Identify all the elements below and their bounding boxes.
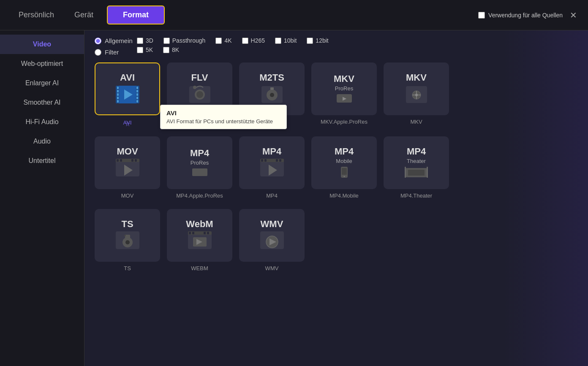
checkbox-10bit[interactable]: 10bit <box>275 37 297 44</box>
sidebar-item-smoother-ai[interactable]: Smoother AI <box>0 93 84 112</box>
format-item-mkv[interactable]: MKV MKV <box>384 62 449 126</box>
sidebar-item-video[interactable]: Video <box>0 35 84 54</box>
svg-rect-5 <box>117 93 119 96</box>
svg-rect-59 <box>192 232 194 234</box>
svg-rect-3 <box>117 87 119 89</box>
format-tile-mov[interactable]: MOV <box>95 136 160 189</box>
format-item-webm[interactable]: WebM WEBM <box>167 209 232 271</box>
format-tile-webm[interactable]: WebM <box>167 209 232 262</box>
mp4-theater-title: MP4 <box>407 147 426 156</box>
checkbox-8k[interactable]: 8K <box>163 46 179 53</box>
mkv-icon <box>404 84 429 105</box>
mkv-prores-title: MKV <box>334 74 354 84</box>
sidebar-item-enlarger-ai[interactable]: Enlarger AI <box>0 73 84 93</box>
wmv-icon <box>259 230 285 252</box>
format-tile-mp4-prores[interactable]: MP4 ProRes <box>167 136 232 189</box>
checkbox-12bit[interactable]: 12bit <box>307 37 328 44</box>
right-panel: Allgemein Filter 3D <box>84 30 588 366</box>
format-item-mov[interactable]: MOV MOV <box>95 136 160 199</box>
svg-rect-36 <box>192 168 207 176</box>
format-grid-row1: AVI <box>95 62 578 126</box>
format-item-mp4-prores[interactable]: MP4 ProRes MP4.Apple.ProRes <box>167 136 232 199</box>
svg-rect-40 <box>264 159 267 162</box>
webm-title: WebM <box>186 220 213 229</box>
mp4-prores-label: MP4.Apple.ProRes <box>176 192 223 199</box>
svg-rect-50 <box>427 167 428 178</box>
tooltip-desc: AVI Format für PCs und unterstützte Gerä… <box>166 118 280 125</box>
format-tile-mp4-mobile[interactable]: MP4 Mobile <box>311 136 377 189</box>
wmv-label: WMV <box>265 265 279 271</box>
svg-rect-34 <box>135 159 137 162</box>
sidebar-item-audio[interactable]: Audio <box>0 132 84 151</box>
svg-rect-31 <box>117 159 119 162</box>
mp4-prores-title: MP4 <box>190 149 209 158</box>
flv-icon <box>187 84 212 105</box>
format-grid-row3: TS TS WebM <box>95 209 578 271</box>
checkbox-row-1: 3D Passthrough 4K H265 <box>137 37 329 44</box>
format-item-mp4-theater[interactable]: MP4 Theater MP4.Theater <box>384 136 449 199</box>
tooltip-title: AVI <box>166 109 280 117</box>
checkbox-row-2: 5K 8K <box>137 46 329 53</box>
format-item-avi[interactable]: AVI <box>95 62 160 126</box>
svg-rect-9 <box>136 90 138 92</box>
format-tile-mkv[interactable]: MKV <box>384 62 449 115</box>
tab-format[interactable]: Format <box>107 5 165 24</box>
svg-rect-10 <box>136 93 138 96</box>
format-item-mkv-prores[interactable]: MKV ProRes ▶ MKV.Apple.ProRes <box>311 62 377 126</box>
tab-geraet[interactable]: Gerät <box>64 6 103 24</box>
svg-rect-39 <box>261 159 263 162</box>
mp4-theater-label: MP4.Theater <box>400 192 432 199</box>
mp4-prores-sub: ProRes <box>191 160 209 166</box>
format-tile-mkv-prores[interactable]: MKV ProRes ▶ <box>311 62 377 115</box>
format-tile-mp4-theater[interactable]: MP4 Theater <box>384 136 449 189</box>
format-tile-wmv[interactable]: WMV <box>239 209 305 262</box>
format-tile-ts[interactable]: TS <box>95 209 160 262</box>
svg-rect-11 <box>136 97 138 99</box>
svg-point-55 <box>124 235 126 236</box>
svg-rect-32 <box>120 159 122 162</box>
svg-rect-41 <box>276 159 278 162</box>
svg-point-28 <box>415 94 418 96</box>
main-content: Video Web-optimiert Enlarger AI Smoother… <box>0 30 588 366</box>
checkbox-4k[interactable]: 4K <box>215 37 231 44</box>
sidebar-item-untertitel[interactable]: Untertitel <box>0 151 84 171</box>
svg-point-20 <box>270 93 274 97</box>
use-all-sources-label: Verwendung für alle Quellen <box>488 12 563 19</box>
mp4-prores-icon <box>191 168 208 177</box>
format-item-mp4[interactable]: MP4 MP4 <box>239 136 305 199</box>
mp4-theater-sub: Theater <box>407 158 426 164</box>
sidebar-item-web-optimiert[interactable]: Web-optimiert <box>0 54 84 73</box>
close-button[interactable]: ✕ <box>567 9 580 22</box>
svg-rect-45 <box>342 168 347 175</box>
webm-icon <box>187 230 212 252</box>
radio-filter[interactable]: Filter <box>95 49 133 56</box>
format-item-mp4-mobile[interactable]: MP4 Mobile MP4.Mobile <box>311 136 377 199</box>
avi-title: AVI <box>120 73 135 82</box>
svg-point-53 <box>125 240 130 244</box>
mp4-mobile-title: MP4 <box>335 147 354 156</box>
checkbox-5k[interactable]: 5K <box>137 46 153 53</box>
format-item-wmv[interactable]: WMV WMV <box>239 209 305 271</box>
radio-allgemein[interactable]: Allgemein <box>95 37 133 44</box>
format-tile-mp4[interactable]: MP4 <box>239 136 305 189</box>
svg-rect-6 <box>117 97 119 99</box>
format-tile-avi[interactable]: AVI <box>95 62 160 115</box>
radio-group: Allgemein Filter <box>95 37 133 56</box>
svg-point-17 <box>193 86 196 89</box>
checkbox-3d[interactable]: 3D <box>137 37 153 44</box>
svg-rect-8 <box>136 87 138 89</box>
checkbox-h265[interactable]: H265 <box>242 37 265 44</box>
filter-section: Allgemein Filter 3D <box>95 37 578 56</box>
webm-label: WEBM <box>191 265 208 271</box>
use-all-sources-checkbox[interactable] <box>478 12 485 19</box>
avi-star: ☆ <box>125 120 131 128</box>
mov-icon <box>115 158 140 179</box>
svg-rect-12 <box>136 100 138 103</box>
mp4-icon <box>259 158 285 179</box>
format-item-ts[interactable]: TS TS <box>95 209 160 271</box>
tab-persoenlich[interactable]: Persönlich <box>8 6 64 24</box>
checkbox-passthrough[interactable]: Passthrough <box>163 37 206 44</box>
mkv-title: MKV <box>406 73 427 82</box>
svg-rect-58 <box>189 232 191 234</box>
sidebar-item-hi-fi-audio[interactable]: Hi-Fi Audio <box>0 112 84 132</box>
